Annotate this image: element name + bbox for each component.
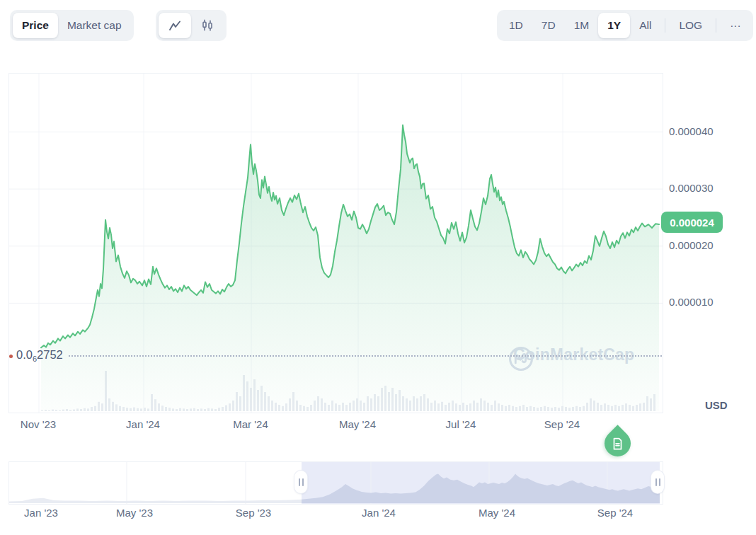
x-axis-tick: May '23 [103,507,166,519]
range-selector[interactable] [8,461,663,505]
more-options-button[interactable]: ··· [721,13,750,38]
range-button-7d[interactable]: 7D [532,13,565,38]
range-selector-svg [9,462,663,504]
range-button-1d[interactable]: 1D [500,13,532,38]
x-axis-tick: Jan '23 [9,507,73,519]
x-axis-tick: Sep '23 [222,507,285,519]
range-button-1y[interactable]: 1Y [598,13,630,38]
x-axis-tick: Jan '24 [347,507,411,519]
y-axis-tick: 0.000030 [669,182,714,194]
current-price-badge: 0.000024 [661,212,723,233]
line-chart-type-button[interactable] [159,13,191,38]
atl-price-text: 0.062752 [16,348,63,363]
price-chart-svg [9,74,663,413]
price-tab[interactable]: Price [13,13,58,38]
all-time-low-label: 0.062752 [9,348,63,363]
currency-unit-label: USD [705,399,728,411]
price-chart-plot[interactable]: CoinMarketCap [8,73,663,413]
atl-marker-dot [9,355,13,358]
line-chart-icon [168,21,181,31]
y-axis-tick: 0.000010 [669,296,714,308]
candlestick-chart-type-button[interactable] [191,13,224,38]
range-button-all[interactable]: All [630,13,660,38]
separator [665,18,665,33]
candlestick-icon [201,19,214,32]
news-annotation-button[interactable] [599,425,636,461]
separator [716,18,716,33]
x-axis-tick: Jan '24 [111,418,175,430]
x-axis-tick: Jul '24 [429,418,493,430]
y-axis-tick: 0.000020 [669,239,714,251]
range-button-1m[interactable]: 1M [565,13,599,38]
chart-type-toggle [156,10,227,41]
x-axis-tick: Sep '24 [530,418,594,430]
x-axis-tick: Sep '24 [583,507,647,519]
document-icon [612,437,624,450]
brush-handle-left[interactable] [294,471,307,493]
price-chart-page: PriceMarket cap 1D7D1M1YAllLOG··· CoinMa… [0,0,756,535]
metric-toggle: PriceMarket cap [10,10,134,41]
x-axis-tick: Nov '23 [6,418,70,430]
brush-handle-right[interactable] [651,471,664,493]
x-axis-tick: Mar '24 [219,418,282,430]
log-scale-button[interactable]: LOG [670,13,711,38]
market-cap-tab[interactable]: Market cap [58,13,131,38]
x-axis-tick: May '24 [465,507,529,519]
x-axis-tick: May '24 [326,418,389,430]
all-time-low-dotted-line [69,355,662,357]
range-toggle: 1D7D1M1YAllLOG··· [497,10,753,41]
y-axis-tick: 0.000040 [669,125,714,137]
